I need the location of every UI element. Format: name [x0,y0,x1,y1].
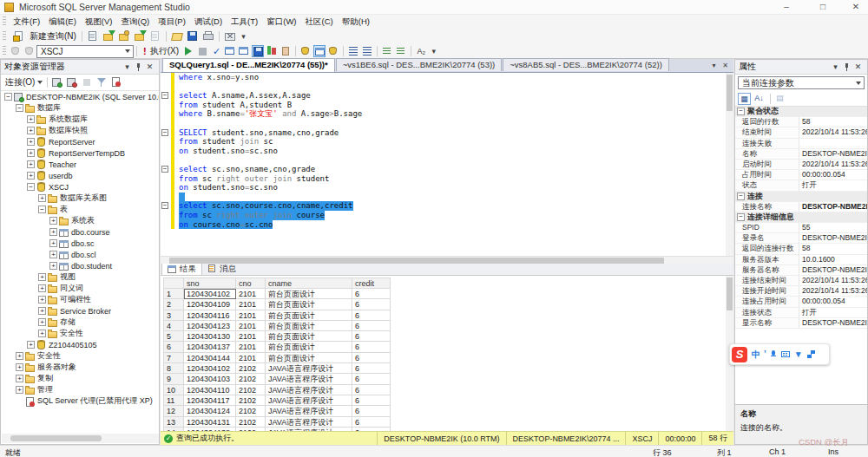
expand-icon[interactable]: + [27,341,35,349]
table-cell[interactable]: 6 [352,374,391,384]
expand-icon[interactable]: + [27,172,35,180]
fold-collapse-icon[interactable]: − [161,129,168,136]
tree-item[interactable]: +同义词 [1,283,159,294]
parse-check-icon[interactable]: ✓ [213,46,220,57]
table-cell[interactable]: 2101 [236,321,266,331]
table-cell[interactable]: 6 [352,299,391,310]
table-cell[interactable]: 1204304130 [184,331,236,342]
table-cell[interactable]: 1204304138 [184,428,236,431]
tree-item[interactable]: +视图 [1,271,159,283]
intellisense-icon[interactable] [238,45,250,57]
table-cell[interactable]: JAVA语言程序设计 [266,406,352,416]
table-cell[interactable]: 1204304123 [184,321,236,331]
connect-button[interactable]: 连接(O) [3,75,44,89]
table-cell[interactable]: 前台页面设计 [266,331,352,342]
tree-item[interactable]: +dbo.student [1,260,159,271]
expand-icon[interactable]: + [16,386,23,394]
expand-icon[interactable]: + [16,352,23,360]
table-cell[interactable]: 2101 [236,353,266,363]
expand-icon[interactable]: + [49,239,57,247]
property-category[interactable]: −连接详细信息 [735,212,867,223]
ime-toolbox-icon[interactable] [807,350,815,358]
panel-close-icon[interactable]: ✕ [144,61,155,74]
uncomment-icon[interactable] [395,45,407,57]
execute-button[interactable]: ! 执行(X) [140,44,181,58]
column-header[interactable]: credit [352,277,391,289]
toolbar-overflow-icon[interactable]: ▾ [238,30,249,43]
table-cell[interactable]: 2102 [236,374,266,384]
property-row[interactable]: 连接名称DESKTOP-NBME2IK [735,202,867,212]
menu-item[interactable]: 查询(Q) [119,15,151,29]
table-cell[interactable]: 6 [352,289,391,299]
table-cell[interactable]: 6 [352,428,391,431]
mail-icon[interactable] [224,30,236,42]
menu-item[interactable]: 社区(C) [304,15,335,29]
table-cell[interactable]: 前台页面设计 [266,353,352,363]
editor-vscrollbar[interactable] [726,73,733,256]
row-number[interactable]: 2 [163,299,184,310]
template-params-icon[interactable]: A₂ [415,45,427,57]
property-row[interactable]: 登录名DESKTOP-NBME2IK [735,233,867,244]
table-cell[interactable]: JAVA语言程序设计 [266,395,352,406]
ime-chinese-mode-icon[interactable]: 中 [752,349,760,361]
tree-item[interactable]: +可编程性 [1,294,159,305]
table-cell[interactable]: JAVA语言程序设计 [266,374,352,384]
menu-item[interactable]: 编辑(E) [47,15,78,29]
tree-item[interactable]: +Z2104405105 [1,339,159,350]
props-close-icon[interactable]: ✕ [852,61,864,74]
collapse-icon[interactable]: − [4,93,12,101]
row-number[interactable]: 4 [163,321,184,331]
collapse-icon[interactable]: − [16,104,23,112]
table-cell[interactable]: 2101 [236,299,266,310]
expand-icon[interactable]: + [38,307,46,315]
maximize-button[interactable]: □ [810,0,836,14]
open-file-icon[interactable] [171,30,183,42]
debug-play-icon[interactable] [185,47,192,55]
table-cell[interactable]: 6 [352,363,391,374]
comment-icon[interactable] [381,45,393,57]
tree-item[interactable]: +服务器对象 [1,362,159,373]
property-row[interactable]: 服务器版本10.0.1600 [735,255,867,265]
query-options-icon[interactable] [224,45,236,57]
fold-collapse-icon[interactable]: − [161,202,168,209]
property-row[interactable]: 名称DESKTOP-NBME2IK [735,149,867,160]
expand-icon[interactable]: + [38,318,46,326]
add-project-icon[interactable] [134,30,146,42]
expand-icon[interactable]: + [49,217,57,225]
results-to-grid-icon[interactable] [313,45,326,57]
property-row[interactable]: 返回的行数58 [735,117,867,127]
expand-icon[interactable]: + [16,375,23,382]
expand-icon[interactable]: + [27,149,35,157]
row-number[interactable]: 10 [163,385,184,395]
table-cell[interactable]: 6 [352,310,391,321]
property-row[interactable]: 连接失败 [735,139,867,149]
table-cell[interactable]: 1204304102 [184,289,236,299]
property-row[interactable]: 连接占用时间00:00:00.054 [735,297,867,307]
close-button[interactable]: ✕ [843,0,868,14]
table-cell[interactable]: 前台页面设计 [266,342,352,352]
column-header[interactable]: sno [184,277,236,289]
table-cell[interactable]: 前台页面设计 [266,321,352,331]
property-category[interactable]: −连接 [735,192,867,202]
property-row[interactable]: 连接状态打开 [735,308,867,318]
tree-item[interactable]: +ReportServer [1,136,159,147]
table-cell[interactable]: 1204304110 [184,385,236,395]
expand-icon[interactable]: + [27,160,35,168]
tree-item[interactable]: SQL Server 代理(已禁用代理 XP) [1,395,159,407]
tab-results[interactable]: 结果 [161,263,202,275]
expand-icon[interactable]: + [38,296,46,304]
tree-item[interactable]: −DESKTOP-NBME2IK (SQL Server 10.0.160 [1,91,159,102]
property-row[interactable]: 启动时间2022/10/14 11:53:26 [735,160,867,170]
property-row[interactable]: 占用时间00:00:00.054 [735,170,867,180]
table-cell[interactable]: 2102 [236,406,266,416]
property-category[interactable]: −聚合状态 [735,107,867,117]
table-cell[interactable]: 2102 [236,395,266,406]
property-row[interactable]: 连接结束时间2022/10/14 11:53:26 [735,276,867,286]
row-number[interactable]: 9 [163,374,184,384]
tree-item[interactable]: +安全性 [1,350,159,362]
menu-item[interactable]: 文件(F) [11,15,42,29]
table-cell[interactable]: 6 [352,353,391,363]
alphabetical-icon[interactable]: A↓ [753,93,766,105]
tree-item[interactable]: +系统数据库 [1,114,159,125]
table-cell[interactable]: 6 [352,417,391,428]
